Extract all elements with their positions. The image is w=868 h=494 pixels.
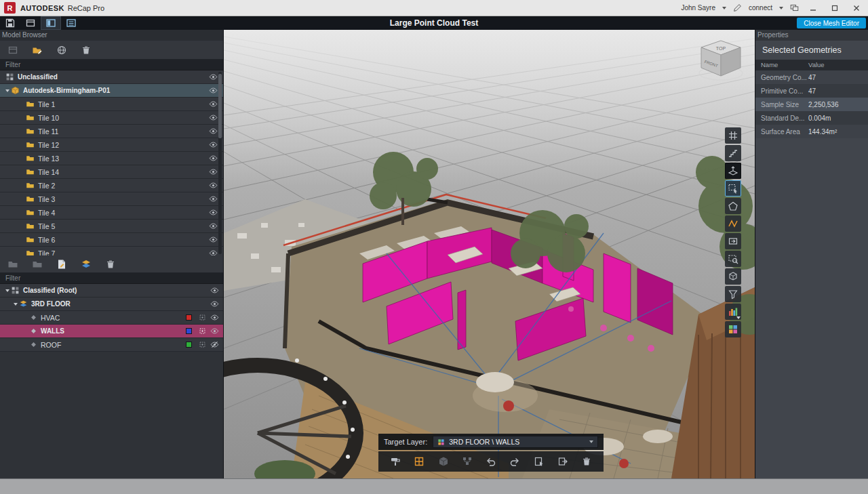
polygon-select-button[interactable]: [725, 198, 741, 214]
tree-item-tile[interactable]: Tile 2: [0, 179, 223, 192]
visibility-eye-icon[interactable]: [209, 140, 218, 149]
rect-select-button[interactable]: [725, 180, 741, 197]
property-row[interactable]: Geometry Co... 47: [755, 70, 868, 84]
pen-icon[interactable]: [733, 3, 742, 12]
property-row[interactable]: Surface Area 144.34m²: [755, 125, 868, 138]
visibility-eye-icon[interactable]: [209, 113, 218, 122]
grid-cells-button[interactable]: [410, 453, 428, 470]
layer-color-swatch[interactable]: [186, 342, 192, 348]
list-view-button[interactable]: [61, 16, 81, 30]
delete-selection-button[interactable]: [578, 453, 595, 470]
import-scan-button[interactable]: [5, 43, 20, 58]
visibility-eye-icon[interactable]: [210, 327, 219, 335]
connect-menu[interactable]: connect: [749, 4, 772, 12]
tree-item-unclassified[interactable]: Unclassified: [0, 70, 223, 84]
visibility-eye-icon[interactable]: [209, 208, 218, 217]
property-row[interactable]: Primitive Co... 47: [755, 84, 868, 98]
property-row[interactable]: Standard De... 0.004m: [755, 111, 868, 125]
layer-boundary-icon[interactable]: [199, 327, 206, 335]
move-to-layer-button[interactable]: [79, 257, 94, 272]
visibility-eye-icon[interactable]: [210, 286, 219, 295]
visibility-eye-icon[interactable]: [209, 249, 218, 255]
grid-toggle-button[interactable]: [725, 127, 741, 144]
visibility-eye-icon[interactable]: [210, 300, 219, 308]
close-mesh-editor-button[interactable]: Close Mesh Editor: [797, 18, 866, 28]
delete-region-button[interactable]: [79, 43, 94, 58]
visibility-eye-icon[interactable]: [209, 167, 218, 176]
deselect-button[interactable]: [530, 453, 548, 470]
crossing-select-button[interactable]: [725, 251, 741, 267]
visibility-eye-icon[interactable]: [209, 181, 218, 190]
layer-row-hvac[interactable]: HVAC: [0, 311, 223, 325]
visibility-eye-icon[interactable]: [209, 127, 218, 136]
classified-filter[interactable]: Filter: [0, 273, 223, 284]
close-button[interactable]: [849, 2, 864, 14]
redo-button[interactable]: [506, 453, 524, 470]
tree-scrollbar[interactable]: [218, 72, 222, 254]
expand-caret-icon[interactable]: [14, 303, 18, 306]
tree-item-tile[interactable]: Tile 6: [0, 233, 223, 247]
user-menu[interactable]: John Sayre: [681, 4, 715, 12]
view-cube[interactable]: TOP FRONT: [695, 37, 747, 83]
tree-item-tile[interactable]: Tile 10: [0, 111, 223, 125]
expand-caret-icon[interactable]: [5, 289, 9, 292]
expand-all-button[interactable]: [30, 257, 45, 272]
stairs-tool-button[interactable]: [725, 145, 741, 161]
new-region-button[interactable]: [30, 43, 45, 58]
fence-select-button[interactable]: [725, 215, 741, 232]
visibility-eye-icon[interactable]: [209, 100, 218, 108]
visibility-eye-icon[interactable]: [209, 194, 218, 203]
split-view-button[interactable]: [41, 16, 61, 30]
property-row[interactable]: Sample Size 2,250,536: [755, 98, 868, 111]
target-layer-select[interactable]: 3RD FLOOR \ WALLS: [433, 436, 598, 448]
scan-locations-button[interactable]: [54, 43, 69, 58]
visibility-eye-icon[interactable]: [209, 154, 218, 163]
collapse-all-button[interactable]: [5, 257, 20, 272]
group-button[interactable]: [458, 453, 476, 470]
tree-item-tile[interactable]: Tile 14: [0, 165, 223, 179]
delete-layer-button[interactable]: [103, 257, 118, 272]
box-tool-button[interactable]: [435, 453, 452, 470]
layer-color-swatch[interactable]: [186, 328, 192, 334]
save-button[interactable]: [0, 16, 20, 30]
model-browser-filter[interactable]: Filter: [0, 60, 223, 70]
minimize-button[interactable]: [806, 2, 821, 14]
screens-icon[interactable]: [790, 3, 799, 12]
tree-item-tile[interactable]: Tile 4: [0, 206, 223, 220]
layer-boundary-icon[interactable]: [199, 341, 206, 348]
fill-region-button[interactable]: [387, 453, 404, 470]
window-select-button[interactable]: [725, 233, 741, 249]
limit-box-button[interactable]: [725, 304, 741, 320]
visibility-eye-icon[interactable]: [209, 73, 218, 81]
expand-caret-icon[interactable]: [5, 89, 9, 92]
filter-select-button[interactable]: [725, 286, 741, 302]
tree-item-tile[interactable]: Tile 13: [0, 152, 223, 165]
plane-cut-button[interactable]: [725, 163, 741, 179]
tree-item-tile[interactable]: Tile 11: [0, 125, 223, 138]
layer-row-roof[interactable]: ROOF: [0, 338, 223, 352]
tree-item-tile[interactable]: Tile 12: [0, 138, 223, 152]
tree-item-project[interactable]: Autodesk-Birmingham-P01: [0, 84, 223, 98]
tree-item-tile[interactable]: Tile 7: [0, 247, 223, 255]
visibility-eye-icon[interactable]: [209, 222, 218, 230]
undo-button[interactable]: [482, 453, 500, 470]
scrollbar-thumb[interactable]: [218, 74, 222, 138]
layer-color-swatch[interactable]: [186, 314, 192, 321]
tree-item-classified-root[interactable]: Classified (Root): [0, 284, 223, 297]
tree-item-3rd-floor[interactable]: 3RD FLOOR: [0, 297, 223, 311]
new-layer-button[interactable]: [54, 257, 69, 272]
viewcube-top-label[interactable]: TOP: [716, 46, 726, 51]
user-menu-caret-icon[interactable]: [722, 7, 726, 9]
segmentation-button[interactable]: [725, 321, 741, 337]
layer-boundary-icon[interactable]: [199, 314, 206, 321]
visibility-eye-icon[interactable]: [210, 313, 219, 322]
cube-select-button[interactable]: [725, 268, 741, 285]
visibility-eye-icon[interactable]: [209, 86, 218, 95]
export-selection-button[interactable]: [554, 453, 572, 470]
visibility-eye-icon[interactable]: [209, 235, 218, 244]
tree-item-tile[interactable]: Tile 5: [0, 220, 223, 233]
connect-menu-caret-icon[interactable]: [779, 7, 783, 9]
new-project-button[interactable]: [20, 16, 41, 30]
visibility-eye-off-icon[interactable]: [210, 340, 219, 349]
layer-row-walls[interactable]: WALLS: [0, 325, 223, 338]
